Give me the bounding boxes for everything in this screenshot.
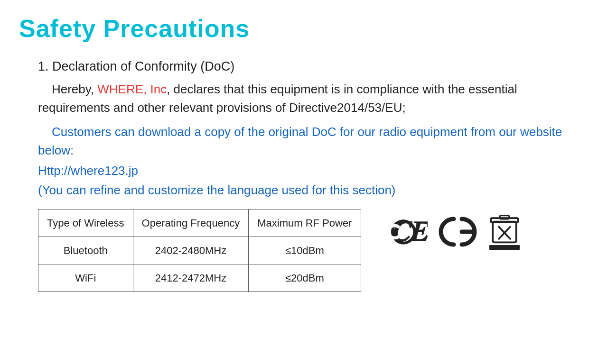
cell-wireless-1: WiFi [38,264,133,291]
weee-symbol-icon [489,214,520,244]
weee-icon [489,214,520,250]
col-header-wireless: Type of Wireless [38,209,133,237]
weee-bar [489,245,520,250]
cell-wireless-0: Bluetooth [38,237,133,264]
ce-weee-row: 𝐶𝐸 [390,214,520,250]
col-header-frequency: Operating Frequency [133,209,249,237]
svg-rect-4 [499,215,509,218]
table-row: WiFi 2412-2472MHz ≤20dBm [38,264,361,291]
wireless-table: Type of Wireless Operating Frequency Max… [38,209,361,292]
cell-power-1: ≤20dBm [249,264,361,291]
blue-link[interactable]: Http://where123.jp [38,162,579,180]
blue-note: (You can refine and customize the langua… [38,181,579,200]
cell-frequency-1: 2412-2472MHz [133,264,249,291]
section-title: 1. Declaration of Conformity (DoC) [38,57,579,76]
cell-power-0: ≤10dBm [249,237,361,264]
hereby-prefix: Hereby, [52,82,97,96]
main-content: 1. Declaration of Conformity (DoC) Hereb… [38,57,579,292]
ce-logo-icon [437,215,480,248]
compliance-icons: 𝐶𝐸 [390,214,520,250]
ce-mark-icon: 𝐶𝐸 [390,217,428,247]
company-name: WHERE, Inc [97,82,167,96]
table-row: Bluetooth 2402-2480MHz ≤10dBm [38,237,361,264]
blue-text-block: Customers can download a copy of the ori… [38,123,579,160]
col-header-power: Maximum RF Power [249,209,361,237]
blue-text: Customers can download a copy of the ori… [38,125,562,157]
hereby-paragraph: Hereby, WHERE, Inc, declares that this e… [38,80,579,117]
table-section: Type of Wireless Operating Frequency Max… [38,209,579,292]
cell-frequency-0: 2402-2480MHz [133,237,249,264]
page-title: Safety Precautions [19,14,579,43]
